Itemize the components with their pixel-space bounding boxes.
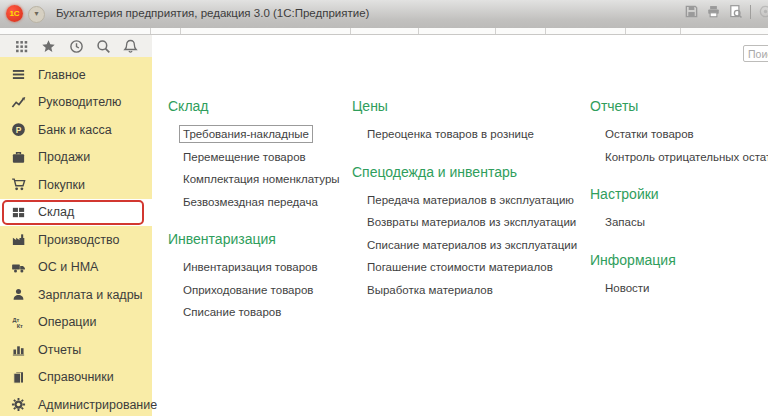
- command-link[interactable]: Требования-накладные: [183, 123, 348, 146]
- content-column-3: Отчеты Остатки товаровКонтроль отрицател…: [590, 97, 768, 316]
- titlebar: 1С ▾ Бухгалтерия предприятия, редакция 3…: [0, 0, 768, 29]
- command-link[interactable]: Передача материалов в эксплуатацию: [367, 189, 588, 212]
- command-section: Отчеты Остатки товаровКонтроль отрицател…: [590, 97, 768, 168]
- sidebar-item-label: Главное: [38, 68, 86, 82]
- dt-kt-icon: ДтКт: [9, 314, 27, 330]
- sidebar-item-zarplata-i-kadry[interactable]: Зарплата и кадры: [0, 281, 152, 309]
- sidebar-item-label: Руководителю: [38, 95, 121, 109]
- command-link[interactable]: Остатки товаров: [605, 123, 768, 146]
- sidebar-item-label: Администрирование: [38, 398, 157, 412]
- command-link[interactable]: Запасы: [605, 211, 768, 234]
- section-title[interactable]: Спецодежда и инвентарь: [352, 163, 588, 182]
- person-icon: [9, 287, 27, 303]
- content-column-2: Цены Переоценка товаров в рознице Спецод…: [352, 97, 588, 318]
- section-title[interactable]: Отчеты: [590, 97, 768, 116]
- sidebar-item-os-i-nma[interactable]: ОС и НМА: [0, 254, 152, 282]
- trend-chart-icon: [9, 94, 27, 110]
- sidebar-item-pokupki[interactable]: Покупки: [0, 171, 152, 199]
- history-clock-icon[interactable]: [68, 38, 85, 55]
- command-link[interactable]: Оприходование товаров: [183, 279, 348, 302]
- sidebar: Главное Руководителю Р Банк и касса Прод…: [0, 57, 152, 416]
- factory-icon: [9, 232, 27, 248]
- search-input[interactable]: [743, 45, 768, 62]
- briefcase-icon: [9, 149, 27, 165]
- sidebar-item-label: Зарплата и кадры: [38, 288, 143, 302]
- bar-chart-icon: [9, 342, 27, 358]
- sidebar-item-operacii[interactable]: ДтКт Операции: [0, 309, 152, 337]
- logo-text: 1С: [9, 9, 19, 18]
- section-title[interactable]: Инвентаризация: [168, 230, 348, 249]
- sidebar-item-rukovoditelyu[interactable]: Руководителю: [0, 89, 152, 117]
- truck-icon: [9, 259, 27, 275]
- command-section: Склад Требования-накладныеПеремещение то…: [168, 97, 348, 213]
- command-link[interactable]: Погашение стоимости материалов: [367, 256, 588, 279]
- svg-text:Кт: Кт: [16, 323, 22, 329]
- content-column-1: Склад Требования-накладныеПеремещение то…: [168, 97, 348, 341]
- sidebar-item-label: Производство: [38, 233, 120, 247]
- command-link[interactable]: Перемещение товаров: [183, 146, 348, 169]
- section-title[interactable]: Информация: [590, 251, 768, 270]
- floppy-save-icon[interactable]: [684, 4, 699, 19]
- command-link[interactable]: Новости: [605, 277, 768, 300]
- command-section: Настройки Запасы: [590, 185, 768, 234]
- section-title[interactable]: Цены: [352, 97, 588, 116]
- command-section: Инвентаризация Инвентаризация товаровОпр…: [168, 230, 348, 324]
- sidebar-item-label: Справочники: [38, 370, 114, 384]
- sidebar-item-administrirovanie[interactable]: Администрирование: [0, 391, 152, 416]
- menu-lines-icon: [9, 67, 27, 83]
- quick-toolbar: [0, 35, 152, 57]
- sidebar-item-label: Отчеты: [38, 343, 81, 357]
- app-window: 1С ▾ Бухгалтерия предприятия, редакция 3…: [0, 0, 768, 416]
- svg-text:Дт: Дт: [12, 316, 19, 322]
- sidebar-item-label: Склад: [38, 205, 74, 219]
- command-link[interactable]: Инвентаризация товаров: [183, 256, 348, 279]
- sidebar-item-sklad[interactable]: Склад: [0, 199, 152, 227]
- cart-icon: [9, 177, 27, 193]
- command-link[interactable]: Контроль отрицательных остатков: [605, 146, 768, 169]
- command-section: Спецодежда и инвентарь Передача материал…: [352, 163, 588, 302]
- sidebar-item-glavnoe[interactable]: Главное: [0, 61, 152, 89]
- apps-grid-icon[interactable]: [13, 38, 30, 55]
- ruble-circle-icon: Р: [9, 122, 27, 138]
- sidebar-item-label: Покупки: [38, 178, 85, 192]
- sidebar-item-otchety[interactable]: Отчеты: [0, 336, 152, 364]
- command-link[interactable]: Безвозмездная передача: [183, 191, 348, 214]
- sidebar-item-prodazhi[interactable]: Продажи: [0, 144, 152, 172]
- titlebar-icon-group: [684, 4, 768, 19]
- 1c-logo-icon: 1С: [6, 5, 23, 22]
- command-section: Информация Новости: [590, 251, 768, 300]
- printer-icon[interactable]: [706, 4, 721, 19]
- command-section: Цены Переоценка товаров в рознице: [352, 97, 588, 146]
- section-title[interactable]: Склад: [168, 97, 348, 116]
- favorites-star-icon[interactable]: [40, 38, 57, 55]
- command-link[interactable]: Списание товаров: [183, 301, 348, 324]
- books-icon: [9, 369, 27, 385]
- sidebar-item-label: Операции: [38, 315, 96, 329]
- command-link[interactable]: Списание материалов из эксплуатации: [367, 234, 588, 257]
- sidebar-item-bank-i-kassa[interactable]: Р Банк и касса: [0, 116, 152, 144]
- search-icon[interactable]: [95, 38, 112, 55]
- sidebar-item-label: ОС и НМА: [38, 260, 98, 274]
- command-link[interactable]: Переоценка товаров в рознице: [367, 123, 588, 146]
- sidebar-item-proizvodstvo[interactable]: Производство: [0, 226, 152, 254]
- command-link[interactable]: Комплектация номенклатуры: [183, 168, 348, 191]
- command-link[interactable]: Выработка материалов: [367, 279, 588, 302]
- tabstrip: [0, 28, 768, 35]
- sidebar-item-label: Банк и касса: [38, 123, 112, 137]
- command-link[interactable]: Возвраты материалов из эксплуатации: [367, 211, 588, 234]
- svg-text:Р: Р: [15, 125, 21, 135]
- service-1-icon[interactable]: [758, 4, 768, 19]
- window-title: Бухгалтерия предприятия, редакция 3.0 (1…: [56, 7, 369, 19]
- gear-icon: [9, 397, 27, 413]
- pallet-grid-icon: [9, 204, 27, 220]
- main-menu-button[interactable]: ▾: [28, 6, 45, 23]
- print-preview-icon[interactable]: [728, 4, 743, 19]
- titlebar-separator: [750, 5, 751, 19]
- sidebar-item-spravochniki[interactable]: Справочники: [0, 364, 152, 392]
- notifications-bell-icon[interactable]: [122, 38, 139, 55]
- section-title[interactable]: Настройки: [590, 185, 768, 204]
- section-panel: Склад Требования-накладныеПеремещение то…: [160, 97, 768, 416]
- sidebar-item-label: Продажи: [38, 150, 90, 164]
